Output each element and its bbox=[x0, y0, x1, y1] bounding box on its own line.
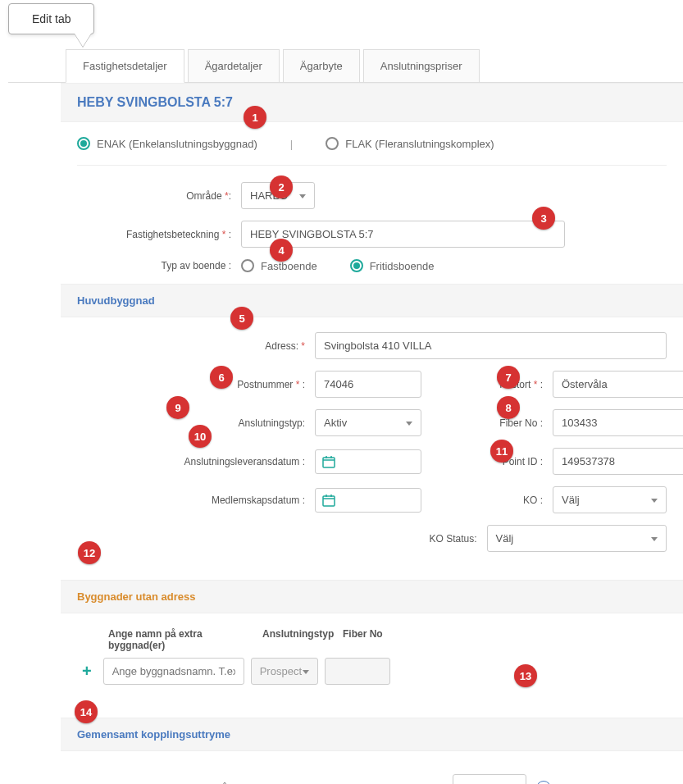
badge-11: 11 bbox=[490, 440, 513, 463]
callout-text: Edit tab bbox=[32, 12, 71, 25]
tab-agardetaljer[interactable]: Ägardetaljer bbox=[188, 49, 280, 83]
tab-agarbyte[interactable]: Ägarbyte bbox=[283, 49, 360, 83]
pointid-input[interactable] bbox=[553, 448, 683, 475]
anslutningsleveransdatum-label: Anslutningsleveransdatum : bbox=[77, 456, 315, 467]
postnummer-input[interactable] bbox=[315, 371, 421, 398]
badge-9: 9 bbox=[166, 396, 189, 419]
postort-input[interactable] bbox=[553, 371, 683, 398]
extra-building-name-input[interactable] bbox=[103, 658, 244, 685]
connection-type-row: ENAK (Enkelanslutningsbyggnad) | FLAK (F… bbox=[61, 122, 683, 165]
badge-13: 13 bbox=[514, 664, 537, 687]
fiberno-label: Fiber No : bbox=[454, 417, 553, 429]
radio-flak-label: FLAK (Fleranslutningskomplex) bbox=[345, 138, 494, 150]
medlemskapsdatum-input[interactable] bbox=[315, 488, 421, 513]
tab-fastighetsdetaljer[interactable]: Fastighetsdetaljer bbox=[66, 49, 184, 83]
radio-flak[interactable]: FLAK (Fleranslutningskomplex) bbox=[326, 137, 494, 150]
extra-col2: Anslutningstyp bbox=[262, 628, 336, 651]
callout-bubble: Edit tab bbox=[8, 3, 94, 34]
tabs: Fastighetsdetaljer Ägardetaljer Ägarbyte… bbox=[66, 49, 683, 83]
extra-col1: Ange namn på extra byggnad(er) bbox=[108, 628, 256, 651]
extra-col3: Fiber No bbox=[343, 628, 408, 651]
calendar-icon bbox=[322, 494, 335, 507]
radio-fritidsboende[interactable]: Fritidsboende bbox=[350, 259, 435, 272]
typ-av-boende-label: Typ av boende : bbox=[77, 260, 241, 271]
byggnader-utan-adress-header: Byggnader utan adress bbox=[61, 580, 683, 613]
badge-8: 8 bbox=[497, 396, 520, 419]
omrade-label: Område *: bbox=[77, 190, 241, 202]
page-title: HEBY SVINGBOLSTA 5:7 bbox=[61, 83, 683, 122]
svg-rect-0 bbox=[323, 458, 335, 467]
badge-1: 1 bbox=[244, 106, 266, 129]
panel: HEBY SVINGBOLSTA 5:7 ENAK (Enkelanslutni… bbox=[8, 82, 683, 784]
radio-icon bbox=[326, 137, 339, 150]
badge-12: 12 bbox=[78, 541, 101, 564]
radio-enak-label: ENAK (Enkelanslutningsbyggnad) bbox=[97, 138, 257, 150]
kostatus-label: KO Status: bbox=[389, 533, 487, 545]
svg-rect-4 bbox=[323, 496, 335, 506]
huvudbyggnad-header: Huvudbyggnad bbox=[61, 284, 683, 317]
calendar-icon bbox=[322, 455, 335, 468]
anslutningstyp-select[interactable]: Aktiv bbox=[315, 409, 421, 436]
badge-3: 3 bbox=[532, 207, 555, 230]
fastighetsbeteckning-label: Fastighetsbeteckning * : bbox=[77, 229, 241, 240]
anslutningsleveransdatum-input[interactable] bbox=[315, 449, 421, 474]
radio-icon bbox=[241, 259, 254, 272]
adress-input[interactable] bbox=[315, 332, 667, 359]
gemensamt-count-input[interactable] bbox=[453, 774, 526, 784]
ko-select[interactable]: Välj bbox=[553, 486, 667, 513]
tab-anslutningspriser[interactable]: Anslutningspriser bbox=[363, 49, 480, 83]
radio-enak[interactable]: ENAK (Enkelanslutningsbyggnad) bbox=[77, 137, 257, 150]
separator: | bbox=[290, 138, 293, 150]
ko-label: KO : bbox=[454, 495, 553, 506]
divider bbox=[77, 165, 667, 166]
postnummer-label: Postnummer * : bbox=[77, 379, 315, 390]
badge-2: 2 bbox=[270, 175, 293, 198]
extra-fiberno-input[interactable] bbox=[325, 658, 390, 685]
medlemskapsdatum-label: Medlemskapsdatum : bbox=[77, 495, 315, 506]
radio-icon bbox=[350, 259, 363, 272]
info-icon[interactable]: i bbox=[536, 781, 551, 785]
extra-anslutningstyp-select[interactable]: Prospect bbox=[251, 658, 318, 685]
gemensamt-header: Gemensamt kopplingsuttryme bbox=[61, 718, 683, 751]
badge-4: 4 bbox=[270, 239, 293, 262]
kostatus-select[interactable]: Välj bbox=[487, 525, 667, 552]
badge-14: 14 bbox=[75, 700, 98, 723]
add-building-button[interactable]: + bbox=[77, 662, 97, 681]
badge-6: 6 bbox=[210, 366, 233, 389]
fiberno-input[interactable] bbox=[553, 409, 683, 436]
badge-10: 10 bbox=[189, 425, 212, 448]
adress-label: Adress: * bbox=[77, 340, 315, 352]
badge-5: 5 bbox=[230, 307, 253, 330]
radio-icon bbox=[77, 137, 90, 150]
badge-7: 7 bbox=[497, 366, 520, 389]
